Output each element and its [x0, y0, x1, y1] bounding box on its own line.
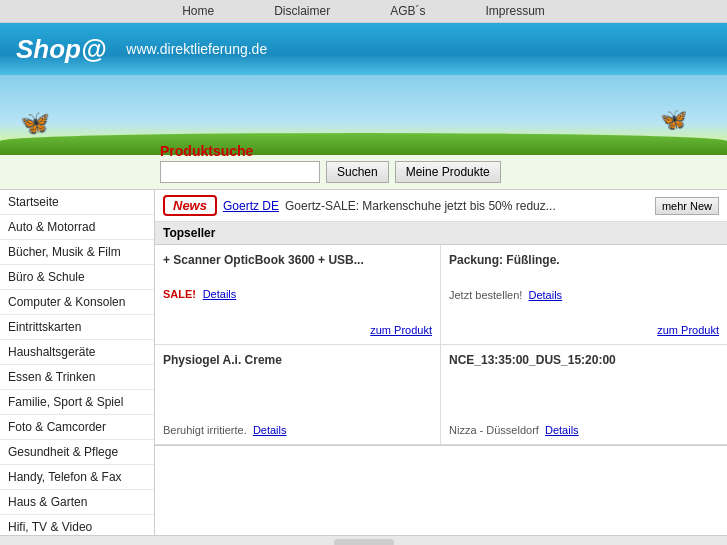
main-area: StartseiteAuto & MotorradBücher, Musik &…: [0, 190, 727, 535]
sidebar-item-10[interactable]: Gesundheit & Pflege: [0, 440, 154, 465]
site-header: Shop@ www.direktlieferung.de: [0, 23, 727, 75]
my-products-button[interactable]: Meine Produkte: [395, 161, 501, 183]
zum-produkt-link-0[interactable]: zum Produkt: [370, 324, 432, 336]
product-title-2: Physiogel A.i. Creme: [163, 353, 432, 367]
sidebar-item-2[interactable]: Bücher, Musik & Film: [0, 240, 154, 265]
top-navigation: Home Disclaimer AGB´s Impressum: [0, 0, 727, 23]
product-grid: + Scanner OpticBook 3600 + USB...SALE! D…: [155, 245, 727, 446]
butterfly-right-icon: 🦋: [660, 107, 687, 133]
news-badge: News: [163, 195, 217, 216]
product-info-0: SALE! Details: [163, 287, 432, 301]
sidebar-item-11[interactable]: Handy, Telefon & Fax: [0, 465, 154, 490]
search-bar: Produktsuche Suchen Meine Produkte: [0, 155, 727, 190]
nav-disclaimer-link[interactable]: Disclaimer: [274, 4, 330, 18]
search-button[interactable]: Suchen: [326, 161, 389, 183]
butterfly-left-icon: 🦋: [20, 109, 50, 137]
topseller-header: Topseller: [155, 222, 727, 245]
product-cell-3: NCE_13:35:00_DUS_15:20:00Nizza - Düsseld…: [441, 345, 727, 445]
sidebar-item-13[interactable]: Hifi, TV & Video: [0, 515, 154, 535]
sidebar-item-9[interactable]: Foto & Camcorder: [0, 415, 154, 440]
site-logo: Shop@: [16, 34, 106, 65]
sidebar-item-1[interactable]: Auto & Motorrad: [0, 215, 154, 240]
product-title-1: Packung: Füßlinge.: [449, 253, 719, 267]
sidebar-item-7[interactable]: Essen & Trinken: [0, 365, 154, 390]
sidebar-item-0[interactable]: Startseite: [0, 190, 154, 215]
sidebar-item-8[interactable]: Familie, Sport & Spiel: [0, 390, 154, 415]
product-title-3: NCE_13:35:00_DUS_15:20:00: [449, 353, 719, 367]
sidebar-item-6[interactable]: Haushaltsgeräte: [0, 340, 154, 365]
search-input[interactable]: [160, 161, 320, 183]
scroll-track: [334, 539, 394, 546]
nav-agbs-link[interactable]: AGB´s: [390, 4, 425, 18]
sky-banner: 🦋 🦋: [0, 75, 727, 155]
sidebar: StartseiteAuto & MotorradBücher, Musik &…: [0, 190, 155, 535]
product-sub-1: Jetzt bestellen! Details: [449, 289, 719, 301]
product-detail-link-1[interactable]: Details: [529, 289, 563, 301]
product-sub-3: Nizza - Düsseldorf Details: [449, 424, 719, 436]
sidebar-item-4[interactable]: Computer & Konsolen: [0, 290, 154, 315]
nav-impressum-link[interactable]: Impressum: [486, 4, 545, 18]
sidebar-item-3[interactable]: Büro & Schule: [0, 265, 154, 290]
product-cell-0: + Scanner OpticBook 3600 + USB...SALE! D…: [155, 245, 441, 345]
product-title-0: + Scanner OpticBook 3600 + USB...: [163, 253, 432, 267]
product-sub-2: Beruhigt irritierte. Details: [163, 424, 432, 436]
zum-produkt-link-1[interactable]: zum Produkt: [657, 324, 719, 336]
mehr-news-button[interactable]: mehr New: [655, 197, 719, 215]
search-label: Produktsuche: [160, 143, 253, 159]
product-detail-link-3[interactable]: Details: [545, 424, 579, 436]
sidebar-item-5[interactable]: Eintrittskarten: [0, 315, 154, 340]
news-text: Goertz-SALE: Markenschuhe jetzt bis 50% …: [285, 199, 649, 213]
site-url: www.direktlieferung.de: [126, 41, 267, 57]
horizontal-scrollbar[interactable]: [0, 535, 727, 545]
product-detail-link-0[interactable]: Details: [203, 288, 237, 300]
content-area: News Goertz DE Goertz-SALE: Markenschuhe…: [155, 190, 727, 535]
news-link[interactable]: Goertz DE: [223, 199, 279, 213]
news-bar: News Goertz DE Goertz-SALE: Markenschuhe…: [155, 190, 727, 222]
product-detail-link-2[interactable]: Details: [253, 424, 287, 436]
product-cell-2: Physiogel A.i. CremeBeruhigt irritierte.…: [155, 345, 441, 445]
product-cell-1: Packung: Füßlinge.Jetzt bestellen! Detai…: [441, 245, 727, 345]
nav-home-link[interactable]: Home: [182, 4, 214, 18]
sidebar-item-12[interactable]: Haus & Garten: [0, 490, 154, 515]
